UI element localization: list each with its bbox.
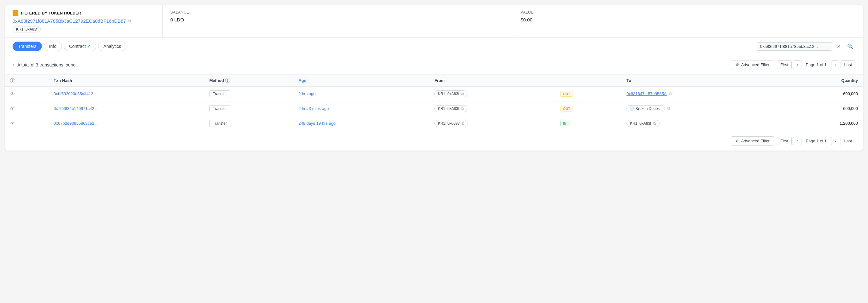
to-address-link[interactable]: 0x831647...57e9585A [626, 91, 666, 96]
row-eye-icon[interactable]: 👁 [10, 121, 15, 126]
th-to: To [621, 75, 781, 86]
value-amount: $0.00 [521, 17, 856, 22]
copy-to-icon[interactable]: ⧉ [653, 121, 656, 126]
th-quantity: Quantity [781, 75, 863, 86]
age-value: 2 hrs 3 mins ago [299, 106, 329, 111]
value-label: VALUE [521, 10, 856, 14]
to-tagged-badge: KR1: 0xA83f ⧉ [626, 120, 659, 127]
age-value: 2 hrs ago [299, 91, 315, 96]
from-address: KR1: 0xA83f ⧉ [434, 105, 467, 112]
th-method: Method ? [205, 75, 293, 86]
transactions-toolbar: ↕ A total of 3 transactions found ⚟ Adva… [5, 55, 863, 75]
quantity-value: 600,000 [786, 91, 858, 96]
method-help-icon[interactable]: ? [225, 78, 230, 83]
row-eye-icon[interactable]: 👁 [10, 91, 15, 96]
bottom-pagination-controls: First ‹ Page 1 of 1 › Last [777, 137, 856, 145]
direction-badge: OUT [560, 106, 573, 111]
advanced-filter-button[interactable]: ⚟ Advanced Filter [731, 60, 774, 69]
tab-analytics[interactable]: Analytics [98, 41, 126, 51]
bottom-filter-icon: ⚟ [736, 139, 739, 143]
txn-hash-link[interactable]: 0xbf692020a35aff412... [54, 91, 96, 96]
from-address: KR1: 0xA83f ⧉ [434, 91, 467, 97]
page-info: Page 1 of 1 [803, 61, 830, 69]
row-eye-icon[interactable]: 👁 [10, 106, 15, 111]
method-badge: Transfer [210, 105, 230, 112]
direction-badge: OUT [560, 91, 573, 97]
table-header-row: ? Txn Hash Method ? Age From To Quantity [5, 75, 863, 86]
bottom-page-info: Page 1 of 1 [803, 137, 830, 145]
bottom-last-page-button[interactable]: Last [841, 137, 856, 145]
tabs-list: Transfers Info Contract ✔ Analytics [12, 41, 126, 51]
kraken-badge: 📄 Kraken Deposit [626, 105, 665, 112]
tab-contract[interactable]: Contract ✔ [64, 41, 96, 51]
contract-verified-icon: ✔ [87, 44, 91, 49]
txn-hash-link[interactable]: 0x7f9f934b149971c42... [54, 106, 98, 111]
th-txn-hash: Txn Hash [49, 75, 205, 86]
balance-label: BALANCE [170, 10, 505, 14]
th-age: Age [293, 75, 429, 86]
toolbar-right: ⚟ Advanced Filter First ‹ Page 1 of 1 › … [731, 60, 856, 69]
copy-from-icon[interactable]: ⧉ [461, 106, 464, 111]
filter-icon [12, 10, 18, 16]
copy-to-icon[interactable]: ⧉ [669, 91, 672, 96]
copy-from-icon[interactable]: ⧉ [461, 92, 464, 96]
prev-page-button[interactable]: ‹ [793, 61, 801, 69]
method-badge: Transfer [210, 120, 230, 127]
txn-hash-link[interactable]: 0x67b2e93855863ce2... [54, 121, 98, 126]
transactions-table: ? Txn Hash Method ? Age From To Quantity [5, 75, 863, 131]
clear-filter-button[interactable]: ✕ [835, 43, 843, 50]
to-cell: 0x831647...57e9585A ⧉ [626, 91, 776, 96]
copy-address-icon[interactable]: ⧉ [128, 19, 131, 24]
copy-to-icon[interactable]: ⧉ [668, 106, 670, 111]
value-section: VALUE $0.00 [513, 5, 863, 37]
sort-icon: ↕ [12, 62, 15, 67]
search-button[interactable]: 🔍 [845, 43, 856, 50]
bottom-advanced-filter-button[interactable]: ⚟ Advanced Filter [731, 136, 774, 145]
main-container: FILTERED BY TOKEN HOLDER 0xA83f2971f881A… [5, 5, 863, 150]
filtered-label: FILTERED BY TOKEN HOLDER [12, 10, 155, 16]
bottom-toolbar-right: ⚟ Advanced Filter First ‹ Page 1 of 1 › … [731, 136, 856, 145]
age-value: 248 days 19 hrs ago [299, 121, 336, 126]
th-from: From [429, 75, 555, 86]
balance-value: 0 LDO [170, 17, 505, 22]
address-tag: KR1: 0xA83f [12, 26, 41, 32]
from-address: KR1: 0x0087 ⧉ [434, 120, 468, 127]
table-row: 👁0x7f9f934b149971c42...Transfer2 hrs 3 m… [5, 101, 863, 116]
direction-badge: IN [560, 121, 569, 126]
quantity-value: 1,200,000 [786, 121, 858, 126]
address-filter-input[interactable] [757, 42, 832, 51]
last-page-button[interactable]: Last [841, 61, 856, 69]
filter-input-area: ✕ 🔍 [757, 42, 856, 51]
content-section: ↕ A total of 3 transactions found ⚟ Adva… [5, 55, 863, 150]
contract-icon: 📄 [630, 106, 634, 110]
header-section: FILTERED BY TOKEN HOLDER 0xA83f2971f881A… [5, 5, 863, 38]
token-address[interactable]: 0xA83f2971f881A785Bb3aC12792ECa0dBF16bDB… [12, 18, 155, 24]
to-cell: 📄 Kraken Deposit ⧉ [626, 105, 776, 112]
method-badge: Transfer [210, 91, 230, 97]
th-eye: ? [5, 75, 49, 86]
filter-funnel-icon: ⚟ [736, 62, 739, 67]
tab-transfers[interactable]: Transfers [12, 41, 42, 51]
balance-section: BALANCE 0 LDO [163, 5, 513, 37]
quantity-value: 600,000 [786, 106, 858, 111]
bottom-prev-page-button[interactable]: ‹ [793, 137, 801, 145]
eye-help-icon[interactable]: ? [10, 78, 15, 83]
bottom-next-page-button[interactable]: › [831, 137, 839, 145]
tabs-section: Transfers Info Contract ✔ Analytics ✕ 🔍 [5, 38, 863, 55]
first-page-button[interactable]: First [777, 61, 792, 69]
transactions-count: ↕ A total of 3 transactions found [12, 62, 75, 67]
table-row: 👁0xbf692020a35aff412...Transfer2 hrs ago… [5, 86, 863, 101]
copy-from-icon[interactable]: ⧉ [462, 121, 465, 126]
bottom-first-page-button[interactable]: First [777, 137, 792, 145]
token-holder-info: FILTERED BY TOKEN HOLDER 0xA83f2971f881A… [5, 5, 163, 37]
pagination: First ‹ Page 1 of 1 › Last [777, 61, 856, 69]
tab-info[interactable]: Info [44, 41, 62, 51]
next-page-button[interactable]: › [831, 61, 839, 69]
to-cell: KR1: 0xA83f ⧉ [626, 120, 776, 127]
table-row: 👁0x67b2e93855863ce2...Transfer248 days 1… [5, 116, 863, 131]
th-direction [555, 75, 622, 86]
bottom-pagination: ⚟ Advanced Filter First ‹ Page 1 of 1 › … [5, 131, 863, 150]
